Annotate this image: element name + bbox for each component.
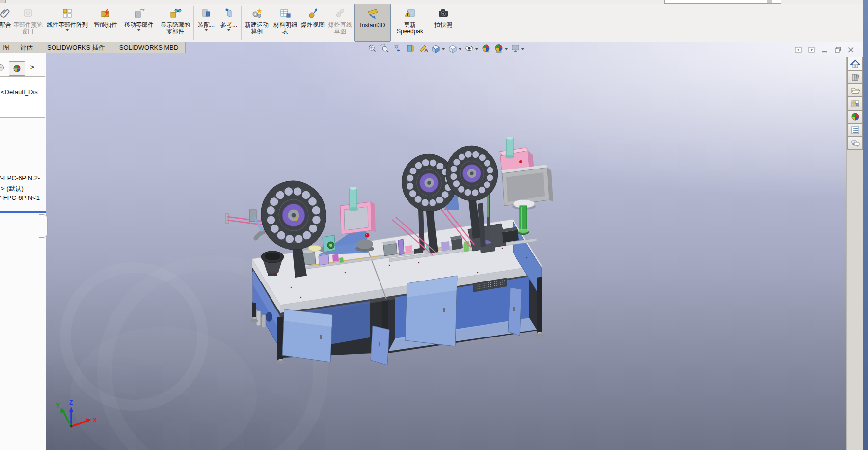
tab-sketch-partial[interactable]: 图: [0, 42, 13, 53]
view-orientation-icon[interactable]: [431, 43, 445, 53]
task-pane-strip: [846, 57, 863, 450]
dropdown-caret-icon[interactable]: [227, 29, 230, 31]
assembly-3d-model[interactable]: X Y Z: [46, 42, 863, 450]
tree-item-component[interactable]: Y-FPC-6PIN<1: [0, 194, 96, 201]
paperclip-mate-icon: [0, 5, 12, 21]
panel-splitter-handle[interactable]: [39, 214, 48, 238]
tree-item-assembly[interactable]: Y-FPC-6PIN.2-: [0, 174, 96, 182]
dropdown-caret-icon[interactable]: [505, 48, 508, 50]
dropdown-caret-icon[interactable]: [475, 48, 478, 50]
open-folder-icon: [850, 85, 860, 95]
design-library-button[interactable]: [847, 70, 863, 84]
restore-button[interactable]: [834, 46, 842, 56]
smart-fasteners-icon: [100, 5, 111, 21]
toolbar-separator: [193, 6, 194, 40]
instant3d-ruler-icon: [366, 6, 380, 22]
take-snapshot-button[interactable]: 拍快照: [429, 4, 458, 42]
tab-solidworks-mbd[interactable]: SOLIDWORKS MBD: [112, 42, 186, 53]
assembly-features-button[interactable]: 装配...: [195, 4, 217, 42]
menu-fragment: [0, 0, 6, 3]
linear-component-pattern-button[interactable]: 线性零部件阵列: [43, 4, 91, 42]
camera-snapshot-icon: [437, 5, 450, 21]
close-button[interactable]: [847, 46, 855, 56]
dropdown-caret-icon[interactable]: [521, 48, 524, 50]
view-palette-button[interactable]: [847, 97, 863, 110]
motion-study-icon: [251, 5, 263, 21]
search-box-fragment[interactable]: [664, 0, 781, 4]
custom-properties-button[interactable]: [847, 123, 863, 137]
toolbar-separator: [392, 6, 392, 40]
file-explorer-button[interactable]: [847, 84, 863, 97]
view-settings-icon[interactable]: [511, 43, 524, 53]
tree-item-config-default[interactable]: > (默认): [1, 184, 99, 193]
preview-window-icon: [22, 5, 34, 21]
reference-geometry-button[interactable]: 参考...: [217, 4, 240, 42]
dropdown-caret-icon[interactable]: [137, 29, 140, 31]
tab-evaluate[interactable]: 评估: [13, 42, 40, 53]
linear-pattern-icon: [61, 5, 73, 21]
tree-selection-divider: [0, 211, 46, 213]
pane-collapse-left-button[interactable]: [794, 46, 803, 56]
solidworks-window: 配合 零部件预览窗口 线性零部件阵列 智能扣件 移动零部件: [0, 0, 868, 450]
expand-panel-chevron[interactable]: >: [30, 63, 34, 71]
view-palette-icon: [850, 99, 860, 109]
section-view-icon[interactable]: [406, 43, 415, 53]
display-style-icon[interactable]: [448, 43, 461, 53]
move-component-button[interactable]: 移动零部件: [120, 4, 158, 42]
smart-fasteners-button[interactable]: 智能扣件: [91, 4, 120, 42]
home-icon: [850, 59, 860, 69]
mate-button[interactable]: 配合: [0, 4, 13, 42]
bill-of-materials-button[interactable]: 材料明细表: [271, 4, 299, 42]
instant3d-button[interactable]: Instant3D: [354, 4, 391, 42]
properties-form-icon: [850, 125, 860, 135]
feature-manager-tab-row: >: [0, 61, 46, 75]
exploded-view-icon: [307, 5, 319, 21]
previous-view-icon[interactable]: [393, 43, 403, 53]
exploded-view-button[interactable]: 爆炸视图: [299, 4, 326, 42]
pane-collapse-right-button[interactable]: [808, 46, 816, 56]
component-preview-window-button: 零部件预览窗口: [13, 4, 43, 42]
show-hidden-icon: [169, 5, 182, 21]
zoom-to-fit-icon[interactable]: [367, 43, 377, 53]
document-window-controls: [794, 46, 855, 56]
dropdown-caret-icon[interactable]: [442, 48, 445, 50]
tab-solidworks-addins[interactable]: SOLIDWORKS 插件: [40, 42, 112, 53]
move-component-icon: [133, 5, 145, 21]
printer-box: [501, 227, 519, 243]
apply-scene-icon[interactable]: [494, 43, 508, 53]
display-manager-ball-icon: [13, 64, 21, 73]
books-icon: [850, 72, 860, 82]
dropdown-caret-icon[interactable]: [66, 29, 69, 31]
explode-line-sketch-button: 爆炸直线草图: [326, 4, 354, 42]
minimize-button[interactable]: [821, 46, 829, 56]
toolbar-separator: [241, 6, 242, 40]
annotation-view-icon[interactable]: [418, 43, 428, 53]
window-frame-edge: [863, 0, 868, 450]
explode-line-sketch-icon: [334, 5, 346, 21]
solidworks-resources-button[interactable]: [847, 57, 863, 70]
triad-z-label: Z: [69, 399, 73, 406]
appearances-scenes-button[interactable]: [847, 110, 863, 123]
graphics-viewport[interactable]: X Y Z: [46, 42, 863, 450]
zoom-to-area-icon[interactable]: [380, 43, 390, 53]
command-manager-tabs: 图 评估 SOLIDWORKS 插件 SOLIDWORKS MBD: [0, 42, 186, 53]
configuration-text: <Default_Dis: [1, 88, 38, 96]
toolbar-separator: [428, 6, 428, 40]
edit-appearance-icon[interactable]: [481, 43, 491, 53]
pink-control-display: [340, 187, 376, 238]
new-motion-study-button[interactable]: 新建运动算例: [243, 4, 271, 42]
update-speedpak-icon: [404, 5, 416, 21]
assembly-icon: [200, 5, 212, 21]
triad-x-label: X: [93, 417, 97, 424]
update-speedpak-button[interactable]: 更新 Speedpak: [393, 4, 427, 42]
feature-tree-tab-icon[interactable]: [0, 63, 5, 74]
display-manager-tab[interactable]: [9, 61, 25, 76]
carrier-tape-reel-left[interactable]: [255, 175, 332, 255]
hide-show-items-icon[interactable]: [464, 43, 478, 53]
solidworks-forum-button[interactable]: [847, 137, 863, 150]
dropdown-caret-icon[interactable]: [459, 48, 461, 50]
show-hidden-components-button[interactable]: 显示隐藏的零部件: [158, 4, 192, 42]
dropdown-caret-icon[interactable]: [205, 29, 208, 31]
operator-monitor: [501, 165, 553, 206]
appearances-ball-icon: [851, 112, 860, 121]
